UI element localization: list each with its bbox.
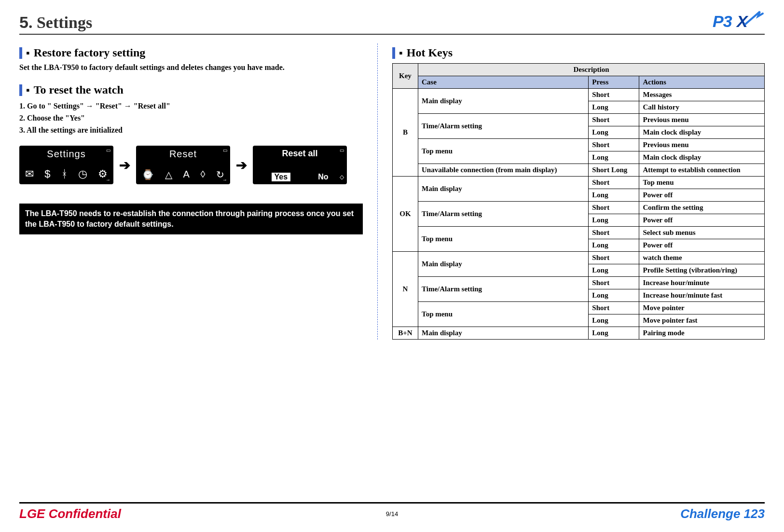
- col-press: Press: [589, 76, 639, 89]
- cell-press: Short: [589, 114, 639, 126]
- hotkeys-table: Key Description Case Press Actions BMain…: [392, 63, 765, 340]
- cell-case: Top menu: [418, 302, 589, 327]
- bullet-icon: ▪: [26, 48, 30, 58]
- cell-press: Long: [589, 151, 639, 164]
- cell-action: Increase hour/minute fast: [639, 289, 765, 302]
- table-row: Time/Alarm settingShortPrevious menu: [392, 114, 764, 126]
- screen-reset-all: Reset all Yes No ▭ ◇: [253, 146, 347, 184]
- screen-reset: Reset ⌚ △ A ◊ ↻ ▭ →: [136, 146, 230, 184]
- table-row: NMain displayShort watch theme: [392, 252, 764, 264]
- envelope-icon: ✉: [25, 168, 34, 180]
- cell-press: Short: [589, 302, 639, 314]
- col-key: Key: [392, 64, 418, 89]
- yes-option: Yes: [272, 173, 291, 181]
- screen-reset-all-title: Reset all: [258, 149, 342, 159]
- cell-case: Main display: [418, 327, 589, 340]
- p3x-logo-icon: P3 X: [712, 10, 765, 32]
- screen-reset-title: Reset: [141, 149, 225, 160]
- cell-press: Short: [589, 227, 639, 239]
- svg-text:P3: P3: [713, 12, 732, 30]
- cell-key: OK: [392, 177, 418, 252]
- cell-action: Top menu: [639, 177, 765, 189]
- cell-case: Top menu: [418, 139, 589, 164]
- bluetooth-icon: ᚼ: [61, 168, 68, 180]
- battery-icon: ▭: [106, 148, 110, 153]
- page-title: 5. Settings: [19, 13, 92, 32]
- document-page: 5. Settings P3 X ▪ Restore factory setti…: [0, 0, 784, 532]
- battery-icon: ▭: [223, 148, 227, 153]
- cell-press: Short: [589, 89, 639, 101]
- right-arrow-icon: →: [222, 177, 227, 182]
- cell-case: Time/Alarm setting: [418, 114, 589, 139]
- reset-title: To reset the watch: [34, 83, 124, 96]
- step-3: 3. All the settings are initialized: [19, 124, 363, 136]
- cell-action: Main clock display: [639, 151, 765, 164]
- restore-body: Set the LBA-T950 to factory default sett…: [19, 63, 318, 72]
- arrow-icon: →: [86, 102, 94, 110]
- cell-action: Previous menu: [639, 114, 765, 126]
- page-footer: LGE Confidential 9/14 Challenge 123: [19, 502, 765, 521]
- cell-action: Attempt to establish connection: [639, 164, 765, 177]
- letter-a-icon: A: [183, 169, 189, 180]
- cell-press: Short: [589, 139, 639, 151]
- cell-action: Increase hour/minute: [639, 277, 765, 289]
- screen-settings-icons: ✉ $ ᚼ ◷ ⚙: [24, 168, 109, 181]
- watch-icon: ⌚: [142, 169, 154, 180]
- screen-settings-title: Settings: [24, 149, 109, 160]
- cell-key: B: [392, 89, 418, 177]
- cell-press: Short: [589, 277, 639, 289]
- cell-case: Time/Alarm setting: [418, 202, 589, 227]
- cell-action: Power off: [639, 214, 765, 227]
- cell-press: Long: [589, 214, 639, 227]
- table-body: BMain displayShortMessagesLongCall histo…: [392, 89, 764, 340]
- cell-case: Main display: [418, 177, 589, 202]
- left-column: ▪ Restore factory setting Set the LBA-T9…: [19, 43, 368, 340]
- cell-press: Long: [589, 101, 639, 114]
- col-actions: Actions: [639, 76, 765, 89]
- cell-action: Select sub menus: [639, 227, 765, 239]
- cell-action: Main clock display: [639, 126, 765, 139]
- cell-case: Main display: [418, 89, 589, 114]
- chapter-number: 5: [19, 13, 28, 31]
- column-divider: [377, 43, 378, 340]
- cell-press: Long: [589, 289, 639, 302]
- hotkeys-title: Hot Keys: [407, 46, 453, 59]
- screen-settings: Settings ✉ $ ᚼ ◷ ⚙ ▭ →: [19, 146, 113, 184]
- bell-icon: △: [165, 169, 172, 180]
- right-arrow-icon: →: [106, 177, 110, 182]
- table-row: Time/Alarm settingShortConfirm the setti…: [392, 202, 764, 214]
- cell-press: Short: [589, 177, 639, 189]
- cell-action: Confirm the setting: [639, 202, 765, 214]
- cell-action: Previous menu: [639, 139, 765, 151]
- cell-key: B+N: [392, 327, 418, 340]
- cell-action: Power off: [639, 189, 765, 202]
- table-header: Key Description Case Press Actions: [392, 64, 764, 89]
- cell-case: Top menu: [418, 227, 589, 252]
- cell-action: watch theme: [639, 252, 765, 264]
- cell-action: Power off: [639, 239, 765, 252]
- footer-confidential: LGE Confidential: [19, 506, 121, 521]
- lock-icon: ◊: [200, 169, 205, 180]
- cell-press: Long: [589, 189, 639, 202]
- table-row: B+NMain displayLongPairing mode: [392, 327, 764, 340]
- cell-action: Move pointer fast: [639, 314, 765, 327]
- cell-action: Move pointer: [639, 302, 765, 314]
- left-right-icon: ◇: [340, 174, 344, 180]
- restore-title: Restore factory setting: [34, 46, 145, 59]
- step-2: 2. Choose the "Yes": [19, 112, 363, 124]
- page-header: 5. Settings P3 X: [19, 10, 765, 35]
- cell-case: Unavailable connection (from main displa…: [418, 164, 589, 177]
- cell-case: Time/Alarm setting: [418, 277, 589, 302]
- cell-press: Long: [589, 239, 639, 252]
- bullet-icon: ▪: [26, 85, 30, 95]
- cell-action: Pairing mode: [639, 327, 765, 340]
- accent-bar-icon: [19, 47, 22, 59]
- table-row: Top menuShortPrevious menu: [392, 139, 764, 151]
- note-box: The LBA-T950 needs to re-establish the c…: [19, 204, 363, 234]
- yes-no-row: Yes No: [258, 173, 342, 181]
- flow-arrow-icon: ➔: [236, 157, 247, 173]
- cell-action: Call history: [639, 101, 765, 114]
- cell-press: Short: [589, 252, 639, 264]
- cell-press: Short: [589, 202, 639, 214]
- svg-text:X: X: [736, 12, 749, 30]
